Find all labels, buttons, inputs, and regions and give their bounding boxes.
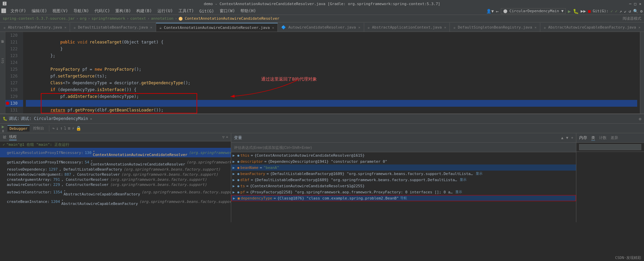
var-dependency-type[interactable]: ▶ ■ dependencyType = {Class@1876} "class… (231, 195, 576, 201)
menu-edit[interactable]: 编辑(E) (29, 7, 50, 15)
memory-search-input[interactable] (579, 144, 641, 150)
tab-close-icon[interactable]: ✕ (639, 25, 641, 29)
tab-abstract-app-context[interactable]: ☕ AbstractApplicationContext.java ✕ (364, 23, 450, 32)
var-beanfactory[interactable]: ▶ ● beanFactory = {DefaultListableBeanFa… (231, 171, 576, 177)
evaluate-btn[interactable]: ≡ (68, 126, 70, 131)
breadcrumb-jar[interactable]: spring-context-5.3.7-sources.jar (3, 16, 75, 21)
var-dlbf-link[interactable]: 显示 (460, 177, 467, 182)
var-ts[interactable]: ▶ ● ts = {ContextAnnotationAutowireCandi… (231, 183, 576, 189)
tab-abstract-bean-factory[interactable]: ☕ AbstractBeanFactory.java ✕ (0, 23, 70, 32)
breadcrumb-springframework[interactable]: springframework (91, 16, 125, 21)
force-btn[interactable]: ⚡ (72, 126, 74, 131)
settings-icon[interactable]: ⚙ (639, 117, 641, 121)
tab-autowire-candidate[interactable]: 🔷 AutowireCandidateResolver.java ✕ (278, 23, 364, 32)
var-this[interactable]: ▶ ● this = {ContextAnnotationAutowireCan… (231, 152, 576, 158)
stack-frame-3[interactable]: resolveAutowiredArgument: 887 , Construc… (0, 172, 231, 177)
menu-view[interactable]: 视图(V) (50, 7, 71, 15)
var-panel-up[interactable]: ▲ (561, 136, 563, 140)
tab-close-icon[interactable]: ✕ (150, 25, 152, 29)
menu-code[interactable]: 代码(C) (92, 7, 113, 15)
tab-close-icon[interactable]: ✕ (444, 25, 446, 29)
run-coverage-button[interactable]: ▶▶ (581, 8, 586, 14)
var-dt-link[interactable]: 导航 (400, 196, 407, 201)
menu-navigate[interactable]: 导航(N) (71, 7, 92, 15)
stack-frame-4[interactable]: createArgumentArray: 791 , ConstructorRe… (0, 177, 231, 182)
menu-refactor[interactable]: 重构(B) (113, 7, 134, 15)
filter-icon[interactable]: ▽ (222, 135, 225, 139)
stack-frame-1[interactable]: getLazyResolutionProxyIfNecessary: 54 , … (0, 157, 231, 167)
memory-tab-count[interactable]: 计数 (599, 135, 607, 140)
breadcrumb-class[interactable]: ⬤ ContextAnnotationAutowireCandidateReso… (179, 16, 279, 21)
debugger-tab[interactable]: Debugger (7, 125, 30, 132)
tab-context-annotation[interactable]: ☕ ContextAnnotationAutowireCandidateReso… (156, 23, 278, 32)
run-button[interactable]: ▶ (568, 8, 571, 14)
git-check1[interactable]: ✓ (611, 9, 613, 14)
step-in-btn[interactable]: ↓ (56, 126, 59, 131)
gutter-bp-130[interactable] (5, 100, 10, 107)
settings-btn2[interactable]: 🔒 (76, 126, 81, 131)
search-button[interactable]: 🔍 (633, 9, 638, 14)
menu-window[interactable]: 窗口(W) (217, 7, 238, 15)
sub-tab-threads[interactable]: 线程 (9, 134, 17, 140)
menu-build[interactable]: 构建(B) (134, 7, 155, 15)
memory-tab-diff[interactable]: 差异 (611, 135, 618, 140)
git-arrow1[interactable]: ↗ (620, 9, 622, 14)
minimize-button[interactable]: ─ (629, 2, 631, 6)
maximize-button[interactable]: □ (634, 2, 637, 6)
debug-tab-close[interactable]: ✕ (90, 117, 92, 121)
undo-button[interactable]: ↺ (629, 9, 631, 14)
main-thread-item[interactable]: ✓ "main"@1 在组 "main": 正在运行 (0, 141, 231, 148)
step-over-btn[interactable]: ↷ (52, 126, 55, 131)
var-panel-down[interactable]: ▼ (566, 136, 569, 140)
tab-abstract-autowire[interactable]: ☕ AbstractAutowireCapableBeanFactory.jav… (540, 23, 644, 32)
git-arrow2[interactable]: ↙ (624, 9, 626, 14)
menu-file[interactable]: 文件(F) (8, 7, 29, 15)
var-pf-link[interactable]: 显示 (455, 190, 462, 194)
debug-button[interactable]: 🐛 (573, 8, 579, 14)
var-dlbf[interactable]: ▶ ● dlbf = {DefaultListableBeanFactory@1… (231, 177, 576, 183)
breadcrumb-context[interactable]: context (130, 16, 146, 21)
menu-help[interactable]: 帮助(H) (238, 7, 259, 15)
pause-button[interactable]: ⏸ (1, 129, 5, 133)
memory-tab-class[interactable]: 类 (591, 135, 595, 141)
var-pf[interactable]: ▶ ● pf = {ProxyFactory@2258} "org.spring… (231, 189, 576, 195)
sidebar-git-icon[interactable]: Git (1, 58, 4, 63)
var-beanname[interactable]: ▶ ● beanName = "beanA" (231, 164, 576, 171)
panel-settings[interactable]: ⚙ (639, 117, 644, 121)
stack-frame-5[interactable]: autowireConstructor: 229 , ConstructorRe… (0, 182, 231, 187)
run-to-cursor-btn[interactable]: ⤵ (64, 126, 66, 131)
resume-button[interactable]: ▶ (2, 124, 4, 129)
breadcrumb-org[interactable]: org (80, 16, 87, 21)
run-config-dropdown[interactable]: ⬤ CircularDependencyMain ▼ (501, 8, 566, 14)
nav-back-icon[interactable]: ← (496, 8, 498, 14)
tab-default-singleton[interactable]: ☕ DefaultSingletonBeanRegistry.java ✕ (450, 23, 540, 32)
stack-frame-7[interactable]: createBeanInstance: 1204 , AbstractAutow… (0, 197, 231, 206)
var-descriptor[interactable]: ▶ ● descriptor = {DependencyDescriptor@1… (231, 158, 576, 164)
eval-input[interactable] (234, 145, 573, 150)
stack-frame-0[interactable]: getLazyResolutionProxyIfNecessary: 130 ,… (0, 148, 231, 157)
tab-close-icon[interactable]: ✕ (64, 25, 66, 29)
stop-button[interactable]: ■ (588, 8, 591, 14)
stack-frame-6[interactable]: autowireConstructor: 1354 , AbstractAuto… (0, 187, 231, 197)
tab-close-icon[interactable]: ✕ (535, 25, 537, 29)
window-controls[interactable]: ─ □ ✕ (629, 2, 641, 6)
settings-button[interactable]: ⚙ (640, 9, 643, 14)
var-bf-link[interactable]: 显示 (476, 171, 482, 176)
tab-default-listable[interactable]: ☕ DefaultListableBeanFactory.java ✕ (70, 23, 156, 32)
add-watch-icon[interactable]: + (226, 135, 228, 139)
tab-close-icon[interactable]: ✕ (358, 25, 360, 29)
menu-run[interactable]: 运行(U) (155, 7, 176, 15)
right-scrollbar[interactable] (640, 32, 644, 114)
var-add-btn[interactable]: + (571, 136, 573, 140)
tab-close-icon[interactable]: ✕ (272, 26, 274, 30)
sub-tab-frames[interactable]: 被 (3, 135, 6, 140)
menu-tools[interactable]: 工具(T) (176, 7, 197, 15)
step-out-btn[interactable]: ↑ (60, 126, 63, 131)
git-check2[interactable]: ✓ (615, 9, 617, 14)
close-button[interactable]: ✕ (639, 2, 641, 6)
breadcrumb-annotation[interactable]: annotation (151, 16, 173, 21)
profile-icon[interactable]: 👤▼ (486, 9, 494, 14)
stack-frame-2[interactable]: resolveDependency: 1297 , DefaultListabl… (0, 167, 231, 172)
menu-git[interactable]: Git(G) (197, 7, 217, 15)
console-tab[interactable]: 控制台 (31, 125, 46, 132)
